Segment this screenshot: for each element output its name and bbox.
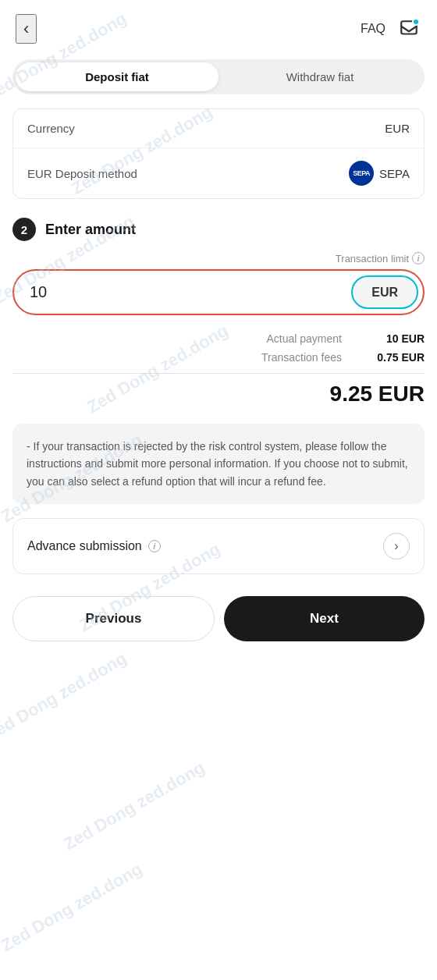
total-row: 9.25 EUR	[12, 382, 425, 407]
currency-label: Currency	[27, 122, 75, 135]
step-number: 2	[12, 218, 36, 241]
actual-payment-row: Actual payment 10 EUR	[12, 329, 425, 348]
info-box-text: - If your transaction is rejected by the…	[27, 438, 410, 490]
transaction-fees-label: Transaction fees	[261, 351, 342, 364]
currency-row: Currency EUR	[13, 109, 424, 148]
step-header: 2 Enter amount	[12, 218, 425, 241]
amount-input[interactable]	[14, 271, 346, 314]
step-title: Enter amount	[45, 222, 136, 238]
deposit-method-row: EUR Deposit method SEPA SEPA	[13, 148, 424, 198]
advance-submission-chevron: ›	[383, 533, 410, 559]
advance-submission-info-icon[interactable]: i	[148, 540, 161, 552]
deposit-method-label: EUR Deposit method	[27, 167, 137, 180]
bottom-bar: Previous Next	[12, 596, 425, 641]
actual-payment-value: 10 EUR	[354, 332, 425, 345]
info-box: - If your transaction is rejected by the…	[12, 424, 425, 504]
next-button[interactable]: Next	[224, 596, 425, 641]
transaction-limit-label: Transaction limit	[336, 253, 409, 265]
amount-container: Transaction limit i EUR	[12, 252, 425, 315]
back-button[interactable]: ‹	[16, 14, 37, 44]
tab-withdraw-fiat[interactable]: Withdraw fiat	[218, 62, 421, 91]
header-right: FAQ	[361, 16, 421, 41]
currency-pill: EUR	[351, 275, 418, 309]
notification-icon[interactable]	[396, 16, 421, 41]
transaction-fees-row: Transaction fees 0.75 EUR	[12, 348, 425, 367]
advance-submission-row[interactable]: Advance submission i ›	[12, 518, 425, 574]
advance-submission-label: Advance submission i	[27, 539, 161, 553]
sepa-badge: SEPA	[349, 161, 374, 186]
payment-summary: Actual payment 10 EUR Transaction fees 0…	[12, 329, 425, 374]
transaction-limit-info-icon[interactable]: i	[412, 252, 425, 265]
deposit-method-value: SEPA SEPA	[349, 161, 410, 186]
faq-link[interactable]: FAQ	[361, 22, 385, 36]
tab-deposit-fiat[interactable]: Deposit fiat	[16, 62, 218, 91]
total-amount: 9.25 EUR	[330, 382, 425, 407]
transaction-limit-row: Transaction limit i	[12, 252, 425, 265]
transaction-fees-value: 0.75 EUR	[354, 351, 425, 364]
info-section: Currency EUR EUR Deposit method SEPA SEP…	[12, 108, 425, 199]
actual-payment-label: Actual payment	[267, 332, 343, 345]
tab-bar: Deposit fiat Withdraw fiat	[12, 59, 425, 94]
notification-dot	[412, 18, 420, 26]
header: ‹ FAQ	[0, 0, 437, 51]
currency-value: EUR	[385, 122, 410, 135]
amount-input-wrapper: EUR	[12, 269, 425, 315]
previous-button[interactable]: Previous	[12, 596, 215, 641]
